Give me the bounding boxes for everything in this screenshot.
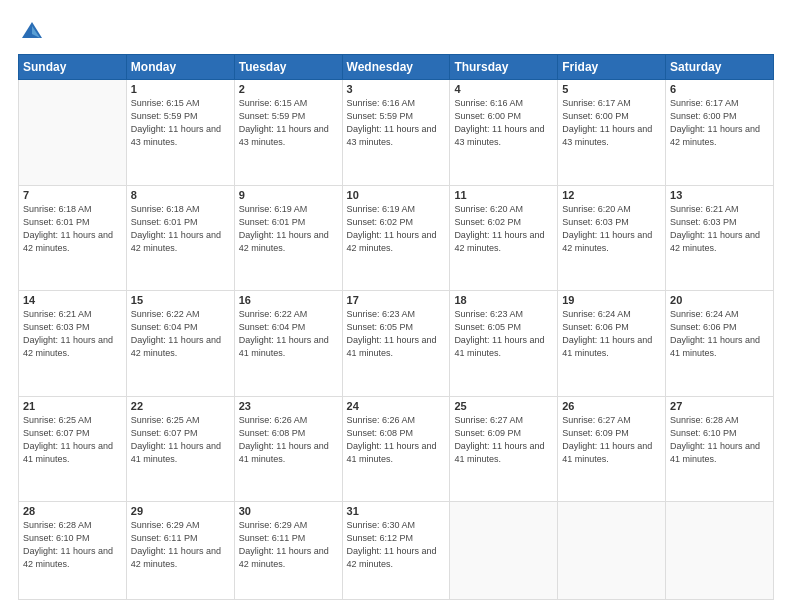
- day-number: 9: [239, 189, 338, 201]
- calendar-table: SundayMondayTuesdayWednesdayThursdayFrid…: [18, 54, 774, 600]
- day-number: 1: [131, 83, 230, 95]
- day-cell: 7Sunrise: 6:18 AMSunset: 6:01 PMDaylight…: [19, 185, 127, 291]
- day-cell: 25Sunrise: 6:27 AMSunset: 6:09 PMDayligh…: [450, 396, 558, 502]
- week-row-2: 7Sunrise: 6:18 AMSunset: 6:01 PMDaylight…: [19, 185, 774, 291]
- day-number: 19: [562, 294, 661, 306]
- day-number: 17: [347, 294, 446, 306]
- day-number: 22: [131, 400, 230, 412]
- day-info: Sunrise: 6:23 AMSunset: 6:05 PMDaylight:…: [347, 308, 446, 360]
- day-info: Sunrise: 6:21 AMSunset: 6:03 PMDaylight:…: [670, 203, 769, 255]
- day-info: Sunrise: 6:28 AMSunset: 6:10 PMDaylight:…: [23, 519, 122, 571]
- day-info: Sunrise: 6:19 AMSunset: 6:02 PMDaylight:…: [347, 203, 446, 255]
- day-info: Sunrise: 6:22 AMSunset: 6:04 PMDaylight:…: [131, 308, 230, 360]
- day-header-thursday: Thursday: [450, 55, 558, 80]
- day-cell: 4Sunrise: 6:16 AMSunset: 6:00 PMDaylight…: [450, 80, 558, 186]
- day-cell: 8Sunrise: 6:18 AMSunset: 6:01 PMDaylight…: [126, 185, 234, 291]
- day-number: 31: [347, 505, 446, 517]
- day-cell: 5Sunrise: 6:17 AMSunset: 6:00 PMDaylight…: [558, 80, 666, 186]
- day-number: 6: [670, 83, 769, 95]
- day-info: Sunrise: 6:28 AMSunset: 6:10 PMDaylight:…: [670, 414, 769, 466]
- day-info: Sunrise: 6:17 AMSunset: 6:00 PMDaylight:…: [670, 97, 769, 149]
- page: SundayMondayTuesdayWednesdayThursdayFrid…: [0, 0, 792, 612]
- day-cell: 26Sunrise: 6:27 AMSunset: 6:09 PMDayligh…: [558, 396, 666, 502]
- day-number: 16: [239, 294, 338, 306]
- day-cell: [19, 80, 127, 186]
- day-info: Sunrise: 6:29 AMSunset: 6:11 PMDaylight:…: [131, 519, 230, 571]
- day-info: Sunrise: 6:21 AMSunset: 6:03 PMDaylight:…: [23, 308, 122, 360]
- day-number: 8: [131, 189, 230, 201]
- day-cell: 15Sunrise: 6:22 AMSunset: 6:04 PMDayligh…: [126, 291, 234, 397]
- day-number: 20: [670, 294, 769, 306]
- day-cell: 20Sunrise: 6:24 AMSunset: 6:06 PMDayligh…: [666, 291, 774, 397]
- day-cell: [558, 502, 666, 600]
- day-number: 29: [131, 505, 230, 517]
- day-number: 23: [239, 400, 338, 412]
- day-number: 27: [670, 400, 769, 412]
- day-cell: 19Sunrise: 6:24 AMSunset: 6:06 PMDayligh…: [558, 291, 666, 397]
- day-cell: 18Sunrise: 6:23 AMSunset: 6:05 PMDayligh…: [450, 291, 558, 397]
- day-info: Sunrise: 6:26 AMSunset: 6:08 PMDaylight:…: [347, 414, 446, 466]
- day-cell: 1Sunrise: 6:15 AMSunset: 5:59 PMDaylight…: [126, 80, 234, 186]
- day-info: Sunrise: 6:17 AMSunset: 6:00 PMDaylight:…: [562, 97, 661, 149]
- day-cell: 10Sunrise: 6:19 AMSunset: 6:02 PMDayligh…: [342, 185, 450, 291]
- day-info: Sunrise: 6:16 AMSunset: 6:00 PMDaylight:…: [454, 97, 553, 149]
- logo-icon: [18, 18, 46, 46]
- week-row-5: 28Sunrise: 6:28 AMSunset: 6:10 PMDayligh…: [19, 502, 774, 600]
- day-info: Sunrise: 6:18 AMSunset: 6:01 PMDaylight:…: [23, 203, 122, 255]
- day-number: 12: [562, 189, 661, 201]
- logo: [18, 18, 50, 46]
- day-info: Sunrise: 6:25 AMSunset: 6:07 PMDaylight:…: [23, 414, 122, 466]
- day-cell: 30Sunrise: 6:29 AMSunset: 6:11 PMDayligh…: [234, 502, 342, 600]
- day-info: Sunrise: 6:27 AMSunset: 6:09 PMDaylight:…: [562, 414, 661, 466]
- day-number: 7: [23, 189, 122, 201]
- day-info: Sunrise: 6:18 AMSunset: 6:01 PMDaylight:…: [131, 203, 230, 255]
- day-number: 21: [23, 400, 122, 412]
- day-info: Sunrise: 6:15 AMSunset: 5:59 PMDaylight:…: [131, 97, 230, 149]
- day-cell: 2Sunrise: 6:15 AMSunset: 5:59 PMDaylight…: [234, 80, 342, 186]
- day-header-wednesday: Wednesday: [342, 55, 450, 80]
- day-number: 10: [347, 189, 446, 201]
- day-cell: 3Sunrise: 6:16 AMSunset: 5:59 PMDaylight…: [342, 80, 450, 186]
- day-number: 28: [23, 505, 122, 517]
- day-cell: 13Sunrise: 6:21 AMSunset: 6:03 PMDayligh…: [666, 185, 774, 291]
- day-cell: 11Sunrise: 6:20 AMSunset: 6:02 PMDayligh…: [450, 185, 558, 291]
- day-number: 11: [454, 189, 553, 201]
- day-cell: 27Sunrise: 6:28 AMSunset: 6:10 PMDayligh…: [666, 396, 774, 502]
- day-info: Sunrise: 6:23 AMSunset: 6:05 PMDaylight:…: [454, 308, 553, 360]
- week-row-4: 21Sunrise: 6:25 AMSunset: 6:07 PMDayligh…: [19, 396, 774, 502]
- day-cell: 6Sunrise: 6:17 AMSunset: 6:00 PMDaylight…: [666, 80, 774, 186]
- day-cell: 31Sunrise: 6:30 AMSunset: 6:12 PMDayligh…: [342, 502, 450, 600]
- day-cell: [450, 502, 558, 600]
- day-info: Sunrise: 6:30 AMSunset: 6:12 PMDaylight:…: [347, 519, 446, 571]
- day-header-saturday: Saturday: [666, 55, 774, 80]
- day-info: Sunrise: 6:24 AMSunset: 6:06 PMDaylight:…: [670, 308, 769, 360]
- day-number: 5: [562, 83, 661, 95]
- day-cell: 17Sunrise: 6:23 AMSunset: 6:05 PMDayligh…: [342, 291, 450, 397]
- day-number: 14: [23, 294, 122, 306]
- day-number: 30: [239, 505, 338, 517]
- day-info: Sunrise: 6:25 AMSunset: 6:07 PMDaylight:…: [131, 414, 230, 466]
- day-number: 24: [347, 400, 446, 412]
- day-number: 25: [454, 400, 553, 412]
- day-number: 26: [562, 400, 661, 412]
- day-info: Sunrise: 6:24 AMSunset: 6:06 PMDaylight:…: [562, 308, 661, 360]
- day-info: Sunrise: 6:26 AMSunset: 6:08 PMDaylight:…: [239, 414, 338, 466]
- day-info: Sunrise: 6:16 AMSunset: 5:59 PMDaylight:…: [347, 97, 446, 149]
- day-number: 4: [454, 83, 553, 95]
- day-info: Sunrise: 6:27 AMSunset: 6:09 PMDaylight:…: [454, 414, 553, 466]
- day-info: Sunrise: 6:29 AMSunset: 6:11 PMDaylight:…: [239, 519, 338, 571]
- day-cell: 21Sunrise: 6:25 AMSunset: 6:07 PMDayligh…: [19, 396, 127, 502]
- day-cell: 23Sunrise: 6:26 AMSunset: 6:08 PMDayligh…: [234, 396, 342, 502]
- day-cell: [666, 502, 774, 600]
- day-info: Sunrise: 6:15 AMSunset: 5:59 PMDaylight:…: [239, 97, 338, 149]
- day-info: Sunrise: 6:20 AMSunset: 6:02 PMDaylight:…: [454, 203, 553, 255]
- day-info: Sunrise: 6:22 AMSunset: 6:04 PMDaylight:…: [239, 308, 338, 360]
- day-number: 15: [131, 294, 230, 306]
- day-info: Sunrise: 6:19 AMSunset: 6:01 PMDaylight:…: [239, 203, 338, 255]
- day-number: 18: [454, 294, 553, 306]
- day-number: 13: [670, 189, 769, 201]
- day-number: 3: [347, 83, 446, 95]
- day-cell: 24Sunrise: 6:26 AMSunset: 6:08 PMDayligh…: [342, 396, 450, 502]
- day-cell: 12Sunrise: 6:20 AMSunset: 6:03 PMDayligh…: [558, 185, 666, 291]
- week-row-1: 1Sunrise: 6:15 AMSunset: 5:59 PMDaylight…: [19, 80, 774, 186]
